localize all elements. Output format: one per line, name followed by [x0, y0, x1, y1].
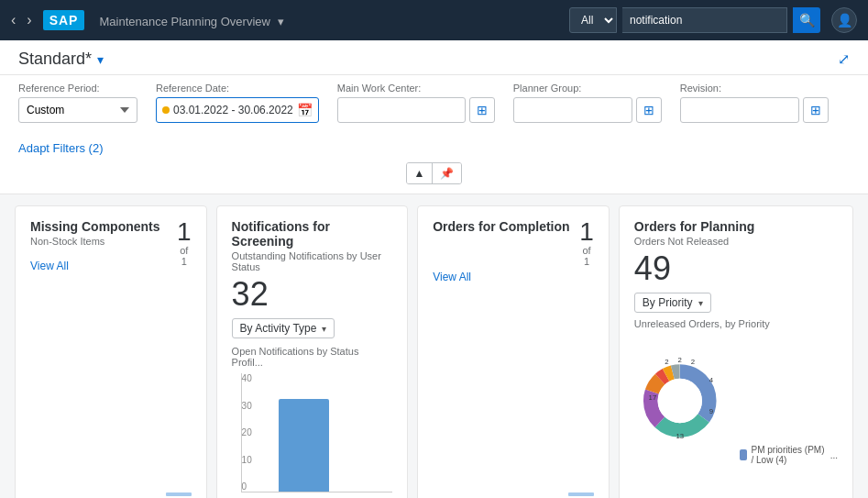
- notifications-dropdown-label: By Activity Type: [240, 322, 317, 335]
- orders-completion-number-block: 1 of 1: [579, 219, 594, 267]
- donut-legend-label: PM priorities (PM) / Low (4): [751, 445, 826, 465]
- main-work-center-picker[interactable]: ⊞: [469, 97, 495, 123]
- planner-group-input[interactable]: [513, 97, 632, 123]
- missing-components-number: 1: [177, 219, 192, 245]
- calendar-icon[interactable]: 📅: [297, 103, 313, 117]
- notifications-dropdown[interactable]: By Activity Type ▾: [232, 318, 335, 338]
- reference-period-group: Reference Period: Custom: [18, 83, 137, 123]
- svg-text:2: 2: [677, 356, 681, 364]
- pin-button[interactable]: 📌: [433, 163, 461, 183]
- orders-planning-dropdown[interactable]: By Priority ▾: [634, 293, 711, 313]
- orders-planning-title: Orders for Planning: [634, 219, 838, 234]
- svg-point-7: [657, 379, 701, 423]
- collapse-up-button[interactable]: ▲: [407, 163, 434, 183]
- main-work-center-input[interactable]: [337, 97, 466, 123]
- planner-group-picker[interactable]: ⊞: [636, 97, 662, 123]
- orders-planning-dropdown-label: By Priority: [643, 296, 693, 309]
- orders-completion-card: 1 of 1 Orders for Completion View All: [417, 205, 610, 498]
- filters-row: Reference Period: Custom Reference Date:…: [18, 83, 850, 155]
- nav-back-button[interactable]: ‹: [11, 12, 16, 28]
- revision-label: Revision:: [680, 83, 829, 94]
- missing-components-number-block: 1 of 1: [177, 219, 192, 267]
- search-scope-select[interactable]: All: [569, 7, 617, 33]
- app-header: ‹ › SAP Maintenance Planning Overview ▾ …: [0, 0, 868, 40]
- orders-completion-view-all[interactable]: View All: [433, 271, 594, 283]
- notifications-screening-card: Notifications for Screening Outstanding …: [216, 205, 409, 498]
- svg-text:17: 17: [648, 393, 656, 402]
- reference-date-label: Reference Date:: [156, 83, 319, 94]
- orders-planning-dropdown-chevron: ▾: [698, 298, 703, 308]
- search-input[interactable]: [622, 7, 787, 33]
- svg-text:4: 4: [709, 376, 714, 384]
- adapt-filters-button[interactable]: Adapt Filters (2): [18, 141, 103, 155]
- main-work-center-group: Main Work Center: ⊞: [337, 83, 495, 123]
- reference-period-label: Reference Period:: [18, 83, 137, 94]
- planner-group-group: Planner Group: ⊞: [513, 83, 662, 123]
- reference-period-select[interactable]: Custom: [18, 97, 137, 123]
- app-title: Maintenance Planning Overview ▾: [95, 13, 558, 28]
- orders-planning-number: 49: [634, 252, 838, 285]
- missing-components-title: Missing Components: [30, 219, 192, 234]
- missing-components-icon: [166, 492, 192, 498]
- page-title: Standard*: [18, 50, 92, 69]
- planner-group-label: Planner Group:: [513, 83, 662, 94]
- filters-bar: Reference Period: Custom Reference Date:…: [0, 75, 868, 194]
- main-work-center-label: Main Work Center:: [337, 83, 495, 94]
- svg-text:2: 2: [665, 358, 668, 366]
- nav-fwd-button[interactable]: ›: [27, 12, 31, 28]
- missing-components-subtitle: Non-Stock Items: [30, 236, 192, 247]
- search-button[interactable]: 🔍: [793, 7, 820, 33]
- notifications-bar-chart: Open Notifications by Status Profil... 4…: [232, 346, 393, 498]
- missing-components-card: 1 of 1 Missing Components Non-Stock Item…: [15, 205, 207, 498]
- svg-text:13: 13: [676, 432, 684, 440]
- chart-bar-main: [279, 399, 329, 492]
- date-dot: [162, 106, 170, 114]
- orders-planning-donut-section: Unreleased Orders, by Priority: [634, 318, 838, 465]
- notifications-chart-subtitle: Open Notifications by Status Profil...: [232, 346, 393, 368]
- svg-text:2: 2: [691, 358, 695, 366]
- reference-date-group: Reference Date: 03.01.2022 - 30.06.2022 …: [156, 83, 319, 123]
- orders-completion-of: of 1: [579, 245, 594, 267]
- missing-components-of: of 1: [177, 245, 192, 267]
- orders-planning-card: Orders for Planning Orders Not Released …: [619, 205, 853, 498]
- donut-subtitle: Unreleased Orders, by Priority: [634, 318, 838, 329]
- revision-group: Revision: ⊞: [680, 83, 829, 123]
- sap-logo: SAP: [43, 10, 85, 30]
- notifications-screening-number: 32: [232, 278, 393, 311]
- donut-wrapper: 17 13 9 4 2 2 2 PM priorities (PM) / Low…: [634, 337, 838, 465]
- orders-completion-number: 1: [579, 219, 594, 245]
- top-cards-row: 1 of 1 Missing Components Non-Stock Item…: [15, 205, 853, 498]
- user-avatar-button[interactable]: 👤: [831, 7, 857, 33]
- orders-completion-icon: [568, 492, 594, 498]
- page-title-chevron[interactable]: ▾: [97, 52, 104, 67]
- donut-chart-svg: 17 13 9 4 2 2 2: [634, 337, 726, 465]
- notifications-screening-subtitle: Outstanding Notifications by User Status: [232, 250, 393, 272]
- collapse-buttons: ▲ 📌: [406, 162, 463, 184]
- date-text: 03.01.2022 - 30.06.2022: [173, 104, 293, 116]
- reference-date-input[interactable]: 03.01.2022 - 30.06.2022 📅: [156, 97, 319, 123]
- external-link-icon[interactable]: ⤢: [838, 50, 850, 68]
- main-content: 1 of 1 Missing Components Non-Stock Item…: [0, 194, 868, 498]
- missing-components-view-all[interactable]: View All: [30, 260, 69, 272]
- revision-input[interactable]: [680, 97, 799, 123]
- orders-completion-title: Orders for Completion: [433, 219, 594, 234]
- notifications-screening-title: Notifications for Screening: [232, 219, 393, 249]
- search-container: All 🔍: [569, 7, 820, 33]
- page-title-row: Standard* ▾: [18, 50, 104, 69]
- orders-planning-subtitle: Orders Not Released: [634, 236, 838, 247]
- notifications-dropdown-chevron: ▾: [322, 324, 326, 334]
- svg-text:9: 9: [709, 407, 713, 415]
- revision-picker[interactable]: ⊞: [803, 97, 829, 123]
- page-header: Standard* ▾ ⤢: [0, 40, 868, 75]
